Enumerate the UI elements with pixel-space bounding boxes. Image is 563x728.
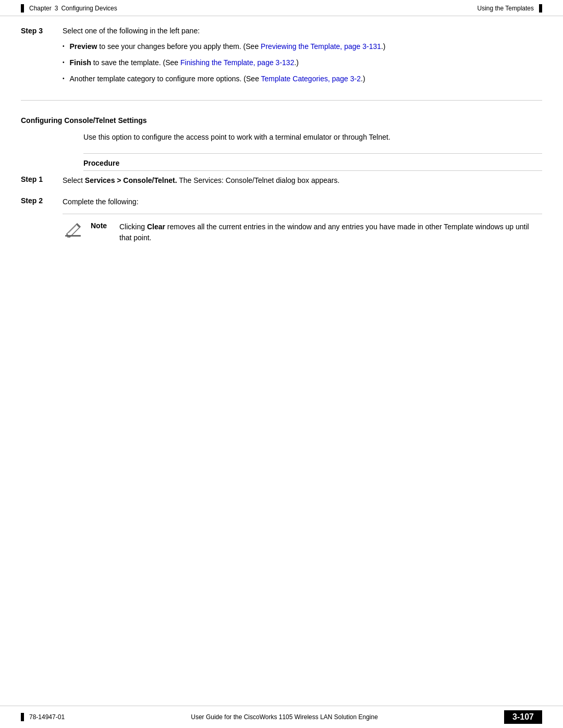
proc-step1-label: Step 1 [21, 175, 63, 186]
preview-bold: Preview [70, 42, 97, 51]
note-text: Clicking Clear removes all the current e… [119, 221, 542, 243]
page-container: Chapter 3 Configuring Devices Using the … [0, 0, 563, 728]
proc-step2: Step 2 Complete the following: [21, 192, 542, 207]
services-bold: Services > Console/Telnet. [85, 176, 177, 184]
proc-step1: Step 1 Select Services > Console/Telnet.… [21, 171, 542, 186]
bullet-finish-text: Finish to save the template. (See Finish… [70, 57, 542, 68]
bullet-icon: • [63, 75, 65, 82]
header-right: Using the Templates [477, 4, 542, 13]
previewing-link[interactable]: Previewing the Template, page 3-131 [261, 42, 381, 51]
finishing-link[interactable]: Finishing the Template, page 3-132 [180, 58, 294, 67]
bullet-preview-text: Preview to see your changes before you a… [70, 41, 542, 52]
proc-step2-content: Complete the following: [63, 196, 542, 207]
proc-step1-content: Select Services > Console/Telnet. The Se… [63, 175, 542, 186]
finish-bold: Finish [70, 58, 91, 67]
header-chapter-title: Configuring Devices [61, 5, 117, 12]
step3-bullet-list: • Preview to see your changes before you… [63, 41, 542, 84]
header-chapter-number: 3 [55, 5, 58, 12]
bullet-icon: • [63, 42, 65, 50]
footer: 78-14947-01 User Guide for the CiscoWork… [0, 706, 563, 728]
bullet-template-text: Another template category to configure m… [70, 73, 542, 84]
footer-center-text: User Guide for the CiscoWorks 1105 Wirel… [191, 713, 378, 721]
step3-section: Step 3 Select one of the following in th… [21, 27, 542, 101]
note-pencil-icon [63, 219, 83, 240]
console-section-heading: Configuring Console/Telnet Settings [21, 116, 542, 125]
list-item: • Preview to see your changes before you… [63, 41, 542, 52]
header-chapter-label: Chapter [29, 5, 52, 12]
clear-bold: Clear [147, 223, 165, 231]
console-description: Use this option to configure the access … [83, 132, 542, 143]
header-bar: Chapter 3 Configuring Devices Using the … [0, 0, 563, 16]
footer-page-number: 3-107 [504, 710, 542, 724]
note-label: Note [91, 221, 119, 230]
step3-intro: Select one of the following in the left … [63, 27, 542, 35]
header-left: Chapter 3 Configuring Devices [21, 4, 117, 13]
step3-content: Select one of the following in the left … [63, 27, 542, 90]
list-item: • Another template category to configure… [63, 73, 542, 84]
footer-left-indicator [21, 713, 24, 721]
header-right-indicator [539, 4, 542, 13]
header-left-indicator [21, 4, 24, 13]
bullet-icon: • [63, 58, 65, 66]
list-item: • Finish to save the template. (See Fini… [63, 57, 542, 68]
step3-label: Step 3 [21, 27, 63, 90]
header-right-section: Using the Templates [477, 5, 534, 12]
template-categories-link[interactable]: Template Categories, page 3-2 [261, 75, 361, 83]
proc-step2-label: Step 2 [21, 196, 63, 207]
note-row: Note Clicking Clear removes all the curr… [91, 221, 542, 243]
procedure-heading: Procedure [83, 153, 542, 167]
procedure-steps: Step 1 Select Services > Console/Telnet.… [21, 171, 542, 243]
footer-left: 78-14947-01 [21, 713, 65, 721]
main-content: Step 3 Select one of the following in th… [0, 16, 563, 269]
footer-doc-number: 78-14947-01 [29, 713, 65, 721]
console-section: Configuring Console/Telnet Settings Use … [21, 116, 542, 243]
note-section: Note Clicking Clear removes all the curr… [63, 214, 542, 243]
